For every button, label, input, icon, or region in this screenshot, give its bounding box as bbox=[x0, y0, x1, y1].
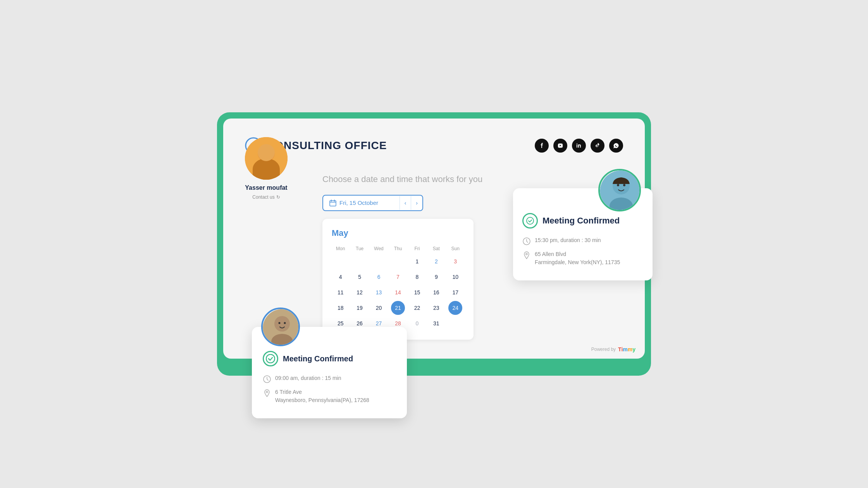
confirmed-check-icon-left bbox=[263, 351, 278, 366]
cal-day-24-selected[interactable]: 24 bbox=[448, 301, 462, 315]
timmy-brand: Timmy bbox=[618, 346, 636, 352]
cal-day-23[interactable]: 23 bbox=[429, 301, 443, 315]
cal-day-10[interactable]: 10 bbox=[448, 270, 462, 284]
cal-day-21-selected[interactable]: 21 bbox=[391, 301, 405, 315]
svg-point-18 bbox=[279, 322, 281, 324]
left-card-avatar bbox=[261, 308, 300, 346]
cal-day-7[interactable]: 7 bbox=[391, 270, 405, 284]
cal-day-14[interactable]: 14 bbox=[391, 285, 405, 299]
cal-day-5[interactable]: 5 bbox=[353, 270, 367, 284]
cal-day-empty bbox=[372, 254, 386, 268]
location-icon-right bbox=[522, 251, 531, 259]
confirmation-card-left: Meeting Confirmed 09:00 am, duration : 1… bbox=[252, 327, 407, 418]
cal-day-1[interactable]: 1 bbox=[410, 254, 424, 268]
cal-day-19[interactable]: 19 bbox=[353, 301, 367, 315]
cal-day-4[interactable]: 4 bbox=[334, 270, 348, 284]
host-name: Yasser moufat bbox=[245, 184, 287, 191]
cal-day-30[interactable]: 31 bbox=[429, 316, 443, 330]
date-navigator[interactable]: Fri, 15 October ‹ › bbox=[322, 195, 423, 211]
cal-day-2[interactable]: 2 bbox=[429, 254, 443, 268]
cal-header-fri: Fri bbox=[408, 244, 426, 253]
confirmation-card-right: Meeting Confirmed 15:30 pm, duration : 3… bbox=[513, 188, 653, 280]
svg-point-14 bbox=[526, 253, 527, 255]
whatsapp-icon[interactable] bbox=[609, 139, 623, 153]
svg-rect-6 bbox=[330, 201, 336, 206]
calendar-month: May bbox=[332, 228, 464, 238]
facebook-icon[interactable] bbox=[535, 139, 549, 153]
tiktok-icon[interactable] bbox=[591, 139, 604, 153]
svg-point-4 bbox=[262, 151, 264, 154]
date-prev-button[interactable]: ‹ bbox=[400, 196, 411, 210]
calendar-days-grid: Mon Tue Wed Thu Fri Sat Sun 1 2 3 bbox=[332, 244, 464, 330]
cal-day-17[interactable]: 17 bbox=[448, 285, 462, 299]
svg-point-20 bbox=[266, 354, 275, 363]
cal-day-empty bbox=[448, 316, 462, 330]
cal-day-8[interactable]: 8 bbox=[410, 270, 424, 284]
svg-point-16 bbox=[274, 316, 290, 332]
host-panel: Yasser moufat Contact us ↻ bbox=[245, 137, 288, 200]
cal-day-11[interactable]: 11 bbox=[334, 285, 348, 299]
confirmed-check-icon-right bbox=[522, 213, 538, 229]
left-card-address-row: 6 Tritle Ave Waynesboro, Pennsylvania(PA… bbox=[263, 388, 396, 404]
youtube-icon[interactable] bbox=[553, 139, 567, 153]
svg-point-1 bbox=[245, 137, 288, 180]
svg-point-19 bbox=[284, 322, 286, 324]
cal-day-29[interactable]: 0 bbox=[410, 316, 424, 330]
cal-day-20[interactable]: 20 bbox=[372, 301, 386, 315]
right-card-time-row: 15:30 pm, duration : 30 min bbox=[522, 236, 643, 246]
cal-day-18[interactable]: 18 bbox=[334, 301, 348, 315]
right-card-address: 65 Allen Blvd Farmingdale, New York(NY),… bbox=[535, 250, 620, 266]
powered-by: Powered by Timmy bbox=[591, 346, 636, 352]
right-card-header: Meeting Confirmed bbox=[522, 213, 643, 229]
calendar-subtitle: Choose a date and time that works for yo… bbox=[322, 174, 623, 186]
cal-header-mon: Mon bbox=[332, 244, 349, 253]
calendar-nav-icon bbox=[329, 199, 336, 206]
calendar-grid: May Mon Tue Wed Thu Fri Sat Sun 1 2 bbox=[322, 219, 474, 340]
header: CONSULTING OFFICE bbox=[245, 137, 623, 154]
cal-header-wed: Wed bbox=[370, 244, 388, 253]
svg-point-11 bbox=[623, 184, 625, 186]
right-card-address-row: 65 Allen Blvd Farmingdale, New York(NY),… bbox=[522, 250, 643, 266]
cal-header-thu: Thu bbox=[389, 244, 406, 253]
left-card-title: Meeting Confirmed bbox=[283, 354, 353, 363]
social-icons-bar bbox=[535, 139, 623, 153]
left-card-time-row: 09:00 am, duration : 15 min bbox=[263, 374, 396, 383]
cal-day-13[interactable]: 13 bbox=[372, 285, 386, 299]
cal-day-12[interactable]: 12 bbox=[353, 285, 367, 299]
svg-point-5 bbox=[268, 151, 270, 154]
cal-day-empty bbox=[391, 254, 405, 268]
cal-day-22[interactable]: 22 bbox=[410, 301, 424, 315]
svg-point-3 bbox=[255, 163, 278, 180]
svg-point-2 bbox=[258, 145, 275, 162]
cal-day-3[interactable]: 3 bbox=[448, 254, 462, 268]
svg-point-12 bbox=[527, 217, 534, 224]
date-next-button[interactable]: › bbox=[411, 196, 422, 210]
cal-day-empty bbox=[334, 254, 348, 268]
cal-header-sun: Sun bbox=[447, 244, 464, 253]
right-card-title: Meeting Confirmed bbox=[542, 216, 620, 226]
clock-icon-left bbox=[263, 375, 271, 383]
cal-day-empty bbox=[353, 254, 367, 268]
linkedin-icon[interactable] bbox=[572, 139, 586, 153]
cal-day-6[interactable]: 6 bbox=[372, 270, 386, 284]
left-card-address: 6 Tritle Ave Waynesboro, Pennsylvania(PA… bbox=[275, 388, 369, 404]
clock-icon-right bbox=[522, 237, 531, 246]
right-card-avatar bbox=[598, 169, 641, 211]
right-card-time: 15:30 pm, duration : 30 min bbox=[535, 236, 601, 244]
cal-day-9[interactable]: 9 bbox=[429, 270, 443, 284]
cal-header-sat: Sat bbox=[427, 244, 445, 253]
contact-us[interactable]: Contact us ↻ bbox=[252, 194, 280, 200]
host-avatar bbox=[245, 137, 288, 180]
cal-header-tue: Tue bbox=[351, 244, 368, 253]
cal-day-15[interactable]: 15 bbox=[410, 285, 424, 299]
location-icon-left bbox=[263, 389, 271, 397]
left-card-header: Meeting Confirmed bbox=[263, 351, 396, 366]
cal-day-16[interactable]: 16 bbox=[429, 285, 443, 299]
svg-point-10 bbox=[617, 184, 619, 186]
left-card-time: 09:00 am, duration : 15 min bbox=[275, 374, 341, 382]
date-nav-label: Fri, 15 October bbox=[323, 196, 400, 210]
svg-point-22 bbox=[266, 391, 268, 393]
